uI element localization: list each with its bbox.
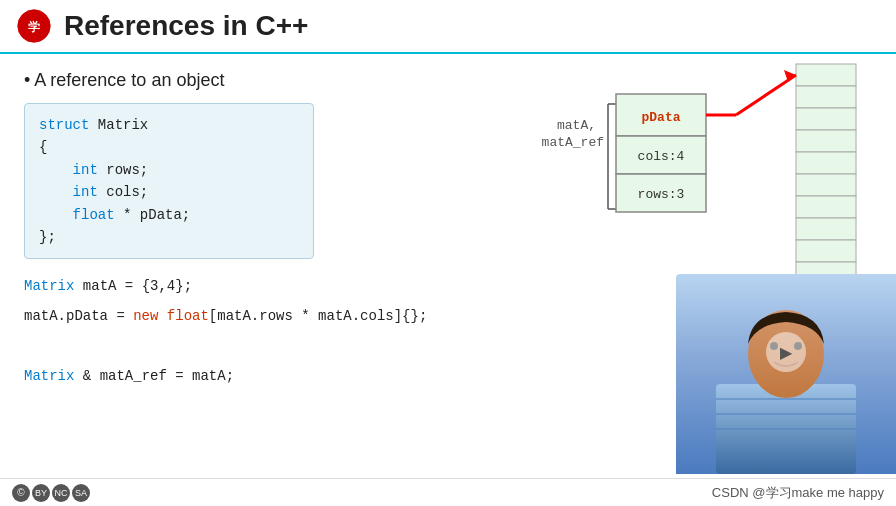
code-line-1: Matrix matA = {3,4}; bbox=[24, 275, 492, 299]
person-svg bbox=[676, 274, 896, 474]
cc-sa-icon: NC bbox=[52, 484, 70, 502]
arr-cell-5 bbox=[796, 152, 856, 174]
bullet-text: • A reference to an object bbox=[24, 70, 492, 91]
struct-code-block: struct Matrix { int rows; int cols; floa… bbox=[24, 103, 314, 259]
play-icon: ▶ bbox=[780, 343, 792, 362]
main-content: • A reference to an object struct Matrix… bbox=[0, 54, 896, 502]
right-panel: matA, matA_ref pData cols:4 rows:3 bbox=[516, 54, 896, 502]
svg-text:学: 学 bbox=[28, 20, 40, 33]
arr-cell-3 bbox=[796, 108, 856, 130]
cc-icons: © BY NC SA bbox=[12, 484, 90, 502]
arrow-line-diag bbox=[736, 75, 796, 115]
left-panel: • A reference to an object struct Matrix… bbox=[0, 54, 516, 502]
code-struct-line1: struct Matrix bbox=[39, 114, 299, 136]
code-struct-line4: int cols; bbox=[39, 181, 299, 203]
watermark-text: CSDN @学习make me happy bbox=[712, 484, 884, 502]
arr-cell-6 bbox=[796, 174, 856, 196]
person-area bbox=[676, 274, 896, 474]
bottom-bar: © BY NC SA CSDN @学习make me happy bbox=[0, 478, 896, 506]
code-struct-line5: float * pData; bbox=[39, 204, 299, 226]
cc-by-icon: © bbox=[12, 484, 30, 502]
code-struct-line6: }; bbox=[39, 226, 299, 248]
code-struct-line3: int rows; bbox=[39, 159, 299, 181]
arr-cell-2 bbox=[796, 86, 856, 108]
rows-label: rows:3 bbox=[638, 187, 685, 202]
mat-label: matA, bbox=[557, 118, 596, 133]
arr-cell-4 bbox=[796, 130, 856, 152]
mat-ref-label: matA_ref bbox=[542, 135, 604, 150]
arr-cell-1 bbox=[796, 64, 856, 86]
page-title: References in C++ bbox=[64, 10, 308, 42]
code-struct-line2: { bbox=[39, 136, 299, 158]
cc-nc-icon: BY bbox=[32, 484, 50, 502]
cols-label: cols:4 bbox=[638, 149, 685, 164]
code-section: Matrix matA = {3,4}; matA.pData = new fl… bbox=[24, 275, 492, 388]
header: 学 References in C++ bbox=[0, 0, 896, 54]
logo-icon: 学 bbox=[16, 8, 52, 44]
cc-nd-icon: SA bbox=[72, 484, 90, 502]
arr-cell-8 bbox=[796, 218, 856, 240]
code-line-blank bbox=[24, 335, 492, 359]
play-button[interactable]: ▶ bbox=[766, 332, 806, 372]
code-line-4: Matrix & matA_ref = matA; bbox=[24, 365, 492, 389]
arr-cell-9 bbox=[796, 240, 856, 262]
code-line-2: matA.pData = new float[matA.rows * matA.… bbox=[24, 305, 492, 329]
arr-cell-7 bbox=[796, 196, 856, 218]
pdata-label: pData bbox=[641, 110, 680, 125]
